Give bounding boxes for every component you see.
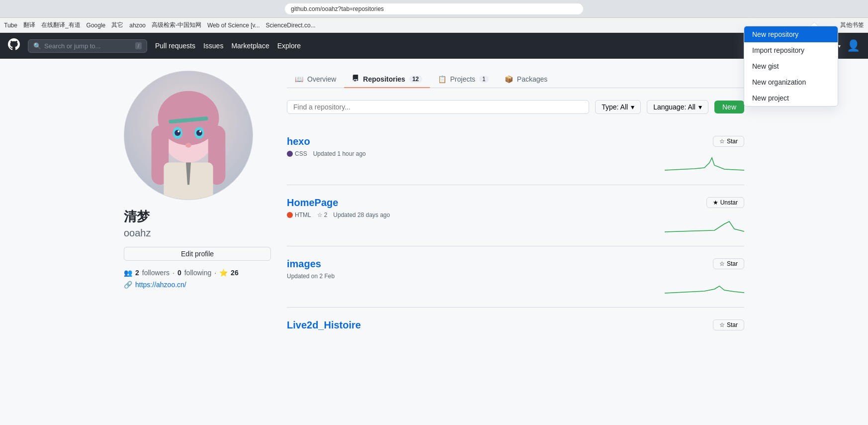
updated-homepage: Updated 28 days ago: [333, 212, 390, 218]
github-header: 🔍 Search or jump to... / Pull requests I…: [0, 33, 868, 59]
repository-list: hexo CSS Updated 1 hour ago ☆ Star: [287, 124, 744, 346]
lang-name-homepage: HTML: [295, 212, 311, 218]
dropdown-new-project[interactable]: New project: [744, 90, 838, 106]
repo-meta-homepage: HTML ☆ 2 Updated 28 days ago: [287, 212, 665, 218]
profile-username: ooahz: [124, 227, 271, 239]
new-repo-button[interactable]: New: [714, 101, 744, 113]
repositories-count-badge: 12: [409, 76, 422, 83]
following-count: 0: [177, 269, 181, 277]
repo-left-images: images Updated on 2 Feb: [287, 258, 665, 280]
link-icon: 🔗: [124, 281, 132, 289]
dropdown-import-repository[interactable]: Import repository: [744, 42, 838, 58]
followers-icon: 👥: [124, 269, 132, 277]
svg-point-9: [177, 130, 179, 132]
dropdown-new-organization[interactable]: New organization: [744, 74, 838, 90]
separator2: ·: [214, 269, 216, 277]
repo-name-images[interactable]: images: [287, 258, 665, 270]
repo-right-images: ☆ Star: [665, 258, 744, 295]
star-label-images: Star: [727, 260, 738, 267]
bookmark-tube[interactable]: Tube: [4, 22, 17, 29]
github-logo-icon[interactable]: [8, 38, 20, 53]
following-label: following: [184, 269, 211, 277]
type-filter-label: Type: All: [602, 103, 628, 111]
followers-label: followers: [142, 269, 170, 277]
tab-repositories[interactable]: Repositories 12: [344, 71, 430, 88]
chevron-down-icon: ▾: [631, 103, 634, 111]
dropdown-triangle: [810, 22, 818, 26]
tab-repositories-label: Repositories: [363, 75, 405, 83]
browser-bar: github.com/ooahz?tab=repositories: [0, 0, 868, 18]
bookmark-translate[interactable]: 翻译: [23, 21, 35, 29]
sparkline-homepage: [665, 214, 744, 234]
unstar-label-homepage: Unstar: [720, 199, 738, 206]
avatar-image: [124, 71, 253, 200]
star-count-homepage: ☆ 2: [317, 212, 328, 218]
unstar-button-homepage[interactable]: ★ Unstar: [706, 197, 744, 208]
star-icon-images: ☆: [719, 260, 725, 267]
bookmark-other-books[interactable]: 其他书签: [840, 21, 864, 29]
profile-display-name: 清梦: [124, 208, 271, 225]
repo-item-homepage: HomePage HTML ☆ 2 Updated 28 days ago: [287, 185, 744, 246]
search-icon: 🔍: [33, 42, 41, 50]
followers-info: 👥 2 followers · 0 following · ⭐ 26: [124, 269, 271, 277]
repo-right-live2d: ☆ Star: [713, 319, 744, 330]
tab-projects[interactable]: 📋 Projects 1: [430, 71, 497, 88]
repo-item-live2d: Live2d_Histoire ☆ Star: [287, 307, 744, 346]
language-filter-label: Language: All: [653, 103, 695, 111]
nav-explore[interactable]: Explore: [277, 42, 301, 50]
edit-profile-button[interactable]: Edit profile: [124, 247, 271, 261]
bookmark-google[interactable]: Google: [87, 22, 106, 29]
edit-avatar-button[interactable]: 🙂: [232, 179, 247, 194]
user-avatar-button[interactable]: 👤: [847, 39, 860, 52]
repo-meta-hexo: CSS Updated 1 hour ago: [287, 150, 665, 157]
lang-label-homepage: HTML: [287, 212, 311, 218]
nav-pull-requests[interactable]: Pull requests: [155, 42, 195, 50]
dropdown-new-gist[interactable]: New gist: [744, 58, 838, 74]
star-button-images[interactable]: ☆ Star: [713, 258, 744, 269]
bookmark-wos[interactable]: Web of Science [v...: [207, 22, 260, 29]
search-box[interactable]: 🔍 Search or jump to... /: [28, 39, 147, 53]
svg-point-11: [185, 143, 191, 148]
bookmark-other[interactable]: 其它: [111, 21, 123, 29]
repo-left-homepage: HomePage HTML ☆ 2 Updated 28 days ago: [287, 197, 665, 218]
sparkline-images: [665, 275, 744, 295]
tab-projects-label: Projects: [450, 75, 476, 83]
star-button-live2d[interactable]: ☆ Star: [713, 319, 744, 330]
projects-count-badge: 1: [479, 76, 489, 83]
search-placeholder: Search or jump to...: [44, 42, 100, 50]
repo-item-hexo: hexo CSS Updated 1 hour ago ☆ Star: [287, 124, 744, 185]
sparkline-hexo: [665, 153, 744, 173]
separator: ·: [173, 269, 174, 277]
repo-name-live2d[interactable]: Live2d_Histoire: [287, 319, 713, 331]
svg-point-10: [199, 130, 201, 132]
star-icon: ⭐: [219, 269, 228, 277]
repo-search-input[interactable]: [287, 100, 589, 114]
bookmark-sciencedirect[interactable]: ScienceDirect.co...: [266, 22, 316, 29]
plus-dropdown-menu: New repository Import repository New gis…: [744, 26, 838, 106]
sidebar: 🙂 清梦 ooahz Edit profile 👥 2 followers · …: [124, 71, 271, 346]
type-filter-button[interactable]: Type: All ▾: [595, 100, 641, 114]
nav-issues[interactable]: Issues: [203, 42, 223, 50]
avatar-container: 🙂: [124, 71, 253, 200]
star-button-hexo[interactable]: ☆ Star: [713, 136, 744, 147]
dropdown-new-repository[interactable]: New repository: [744, 26, 838, 42]
lang-name-hexo: CSS: [295, 150, 307, 157]
repo-name-hexo[interactable]: hexo: [287, 136, 665, 147]
bookmark-youdao[interactable]: 在线翻译_有道: [41, 21, 81, 29]
repo-right-hexo: ☆ Star: [665, 136, 744, 173]
updated-hexo: Updated 1 hour ago: [313, 150, 366, 157]
bookmark-cnki[interactable]: 高级检索-中国知网: [152, 21, 201, 29]
repo-left-hexo: hexo CSS Updated 1 hour ago: [287, 136, 665, 157]
repo-left-live2d: Live2d_Histoire: [287, 319, 713, 334]
website-url[interactable]: https://ahzoo.cn/: [135, 281, 186, 289]
tab-overview[interactable]: 📖 Overview: [287, 71, 344, 88]
repo-item-images: images Updated on 2 Feb ☆ Star: [287, 246, 744, 307]
tab-packages[interactable]: 📦 Packages: [497, 71, 555, 88]
address-bar[interactable]: github.com/ooahz?tab=repositories: [285, 3, 583, 14]
language-filter-button[interactable]: Language: All ▾: [647, 100, 708, 114]
repo-name-homepage[interactable]: HomePage: [287, 197, 665, 209]
tab-overview-label: Overview: [307, 75, 336, 83]
svg-point-8: [196, 130, 202, 136]
bookmark-ahzoo[interactable]: ahzoo: [129, 22, 146, 29]
nav-marketplace[interactable]: Marketplace: [231, 42, 269, 50]
